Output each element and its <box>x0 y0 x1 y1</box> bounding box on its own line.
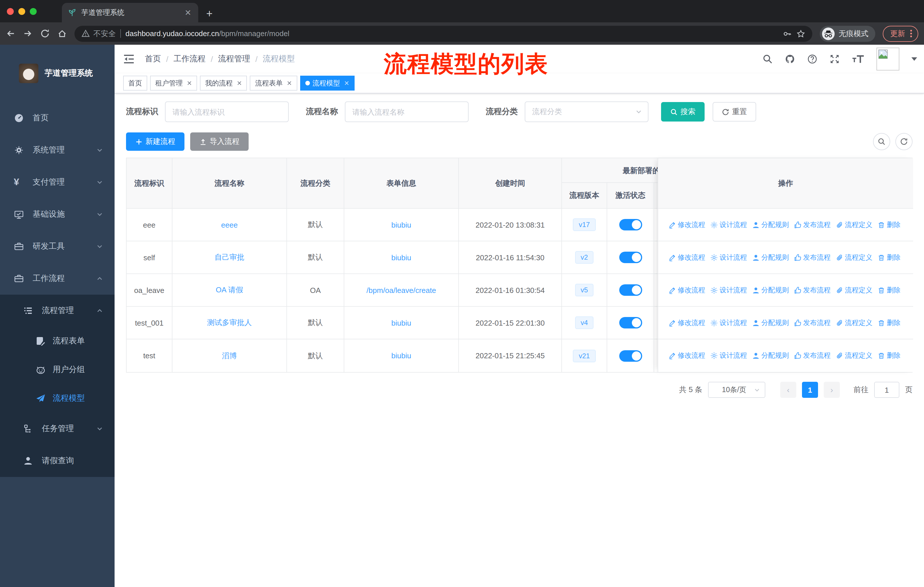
process-name-link[interactable]: 自己审批 <box>214 252 244 263</box>
action-修改流程[interactable]: 修改流程 <box>668 220 705 230</box>
create-process-button[interactable]: 新建流程 <box>126 132 185 151</box>
sidebar-item-payment[interactable]: ¥ 支付管理 <box>0 166 115 198</box>
action-发布流程[interactable]: 发布流程 <box>794 285 831 295</box>
active-toggle[interactable] <box>619 284 642 296</box>
action-删除[interactable]: 删除 <box>878 253 901 262</box>
prev-page-button[interactable]: ‹ <box>780 382 796 398</box>
active-toggle[interactable] <box>619 317 642 329</box>
import-process-button[interactable]: 导入流程 <box>190 132 249 151</box>
search-button[interactable]: 搜索 <box>661 102 705 122</box>
tag-close-icon[interactable]: ✕ <box>187 79 192 87</box>
active-toggle[interactable] <box>619 251 642 263</box>
browser-menu-icon[interactable] <box>910 30 912 37</box>
page-size-select[interactable]: 10条/页 <box>708 382 765 398</box>
action-删除[interactable]: 删除 <box>878 220 901 230</box>
action-设计流程[interactable]: 设计流程 <box>710 285 747 295</box>
fullscreen-icon[interactable] <box>830 54 840 64</box>
sidebar-item-workflow[interactable]: 工作流程 <box>0 263 115 294</box>
search-icon[interactable] <box>762 54 773 64</box>
form-info-link[interactable]: biubiu <box>391 318 411 327</box>
action-分配规则[interactable]: 分配规则 <box>752 351 789 360</box>
process-name-link[interactable]: 测试多审批人 <box>207 317 252 328</box>
action-流程定义[interactable]: 流程定义 <box>836 285 873 295</box>
tab-tag[interactable]: 我的流程 ✕ <box>200 76 247 91</box>
back-icon[interactable] <box>6 29 15 38</box>
caret-down-icon[interactable] <box>911 57 917 61</box>
action-修改流程[interactable]: 修改流程 <box>668 318 705 327</box>
sidebar-item-process-model[interactable]: 流程模型 <box>0 384 115 413</box>
active-toggle[interactable] <box>619 219 642 230</box>
next-page-button[interactable]: › <box>824 382 840 398</box>
window-zoom-button[interactable] <box>30 8 37 15</box>
breadcrumb-workflow[interactable]: 工作流程 <box>173 54 206 64</box>
refresh-table-button[interactable] <box>895 133 912 150</box>
action-分配规则[interactable]: 分配规则 <box>752 253 789 262</box>
tab-tag[interactable]: 租户管理 ✕ <box>150 76 197 91</box>
action-分配规则[interactable]: 分配规则 <box>752 285 789 295</box>
tag-close-icon[interactable]: ✕ <box>237 79 242 87</box>
process-key-input[interactable] <box>165 101 289 122</box>
sidebar-item-leave-query[interactable]: 请假查询 <box>0 445 115 477</box>
action-分配规则[interactable]: 分配规则 <box>752 318 789 327</box>
action-设计流程[interactable]: 设计流程 <box>710 318 747 327</box>
form-info-link[interactable]: biubiu <box>391 351 411 360</box>
active-toggle[interactable] <box>619 350 642 361</box>
help-icon[interactable] <box>807 54 817 64</box>
goto-page-input[interactable] <box>874 382 899 398</box>
tab-close-icon[interactable]: ✕ <box>183 8 193 17</box>
hamburger-fold-icon[interactable] <box>123 53 135 65</box>
action-流程定义[interactable]: 流程定义 <box>836 318 873 327</box>
window-minimize-button[interactable] <box>18 8 25 15</box>
sidebar-item-task-mgmt[interactable]: 任务管理 <box>0 413 115 445</box>
forward-icon[interactable] <box>23 29 33 38</box>
form-info-link[interactable]: /bpm/oa/leave/create <box>366 286 436 294</box>
action-分配规则[interactable]: 分配规则 <box>752 220 789 230</box>
action-修改流程[interactable]: 修改流程 <box>668 253 705 262</box>
sidebar-item-user-group[interactable]: 用户分组 <box>0 356 115 384</box>
form-info-link[interactable]: biubiu <box>391 253 411 262</box>
process-name-link[interactable]: 滔博 <box>222 351 237 361</box>
action-流程定义[interactable]: 流程定义 <box>836 351 873 360</box>
action-删除[interactable]: 删除 <box>878 318 901 327</box>
show-search-button[interactable] <box>873 133 890 150</box>
action-发布流程[interactable]: 发布流程 <box>794 253 831 262</box>
action-设计流程[interactable]: 设计流程 <box>710 351 747 360</box>
github-icon[interactable] <box>785 54 795 64</box>
sidebar-item-home[interactable]: 首页 <box>0 102 115 134</box>
action-设计流程[interactable]: 设计流程 <box>710 220 747 230</box>
window-close-button[interactable] <box>7 8 14 15</box>
process-name-input[interactable] <box>345 101 469 122</box>
action-流程定义[interactable]: 流程定义 <box>836 253 873 262</box>
action-修改流程[interactable]: 修改流程 <box>668 285 705 295</box>
sidebar-logo[interactable]: 芋道管理系统 <box>0 45 115 102</box>
browser-tab[interactable]: 芋道管理系统 ✕ <box>62 3 198 22</box>
update-button[interactable]: 更新 <box>883 25 918 41</box>
sidebar-item-process-form[interactable]: 流程表单 <box>0 327 115 356</box>
action-发布流程[interactable]: 发布流程 <box>794 318 831 327</box>
current-page-button[interactable]: 1 <box>802 382 818 398</box>
process-name-link[interactable]: OA 请假 <box>216 285 243 295</box>
category-select[interactable]: 流程分类 <box>525 101 648 122</box>
star-icon[interactable] <box>796 29 805 38</box>
tab-tag[interactable]: 首页 <box>123 76 147 91</box>
url-bar[interactable]: 不安全 dashboard.yudao.iocoder.cn/bpm/manag… <box>74 25 812 41</box>
form-info-link[interactable]: biubiu <box>391 220 411 229</box>
action-设计流程[interactable]: 设计流程 <box>710 253 747 262</box>
tag-close-icon[interactable]: ✕ <box>344 79 349 87</box>
action-修改流程[interactable]: 修改流程 <box>668 351 705 360</box>
action-删除[interactable]: 删除 <box>878 285 901 295</box>
security-chip[interactable]: 不安全 <box>81 28 116 39</box>
action-流程定义[interactable]: 流程定义 <box>836 220 873 230</box>
sidebar-item-dev-tools[interactable]: 研发工具 <box>0 230 115 263</box>
action-发布流程[interactable]: 发布流程 <box>794 351 831 360</box>
sidebar-item-infra[interactable]: 基础设施 <box>0 198 115 230</box>
sidebar-item-process-mgmt[interactable]: 流程管理 <box>0 294 115 327</box>
tag-close-icon[interactable]: ✕ <box>287 79 292 87</box>
tab-tag[interactable]: 流程模型 ✕ <box>300 76 354 91</box>
reset-button[interactable]: 重置 <box>713 102 756 122</box>
home-icon[interactable] <box>57 29 67 38</box>
key-icon[interactable] <box>782 29 792 38</box>
tab-tag[interactable]: 流程表单 ✕ <box>250 76 297 91</box>
action-发布流程[interactable]: 发布流程 <box>794 220 831 230</box>
avatar[interactable] <box>876 48 899 71</box>
